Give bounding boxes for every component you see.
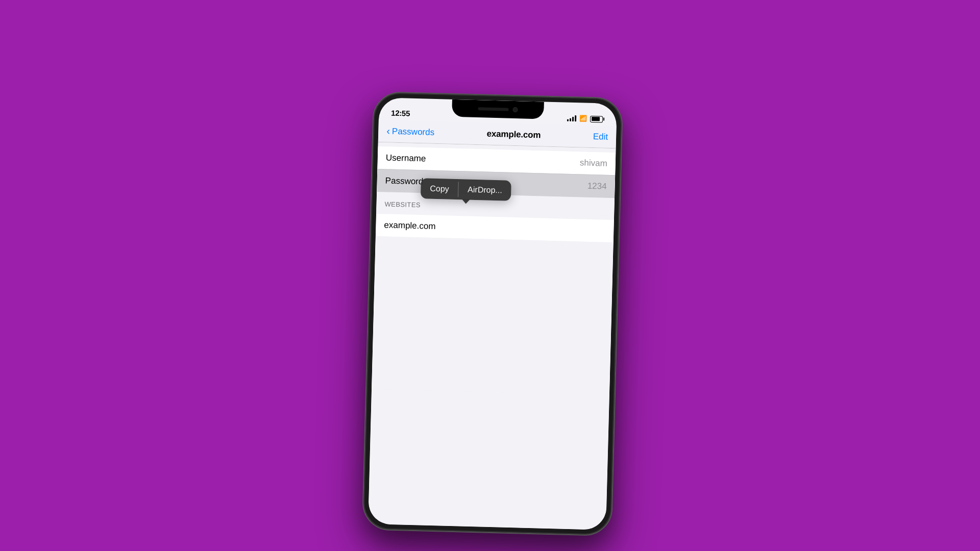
notch-speaker	[478, 107, 508, 111]
nav-title: example.com	[486, 129, 541, 140]
battery-body	[590, 115, 603, 122]
phone-screen: 12:55 📶	[368, 97, 617, 530]
phone-wrapper: 12:55 📶	[362, 91, 623, 537]
status-icons: 📶	[567, 115, 604, 123]
nav-back-label: Passwords	[392, 126, 435, 137]
back-chevron-icon: ‹	[386, 126, 390, 136]
signal-bar-3	[572, 117, 574, 121]
password-value: 1234	[587, 181, 607, 192]
battery-fill	[591, 117, 599, 121]
battery-icon	[590, 115, 604, 122]
airdrop-button[interactable]: AirDrop...	[458, 179, 512, 201]
wifi-icon: 📶	[579, 115, 587, 122]
bottom-area	[372, 236, 614, 395]
password-label: Password	[385, 176, 423, 187]
copy-button[interactable]: Copy	[421, 178, 458, 199]
signal-bars-icon	[567, 115, 576, 121]
signal-bar-1	[567, 119, 569, 121]
phone-frame: 12:55 📶	[362, 91, 623, 537]
nav-back-button[interactable]: ‹ Passwords	[386, 126, 434, 137]
nav-edit-button[interactable]: Edit	[593, 132, 608, 142]
context-menu: Copy AirDrop...	[421, 178, 511, 201]
status-time: 12:55	[391, 109, 410, 118]
content-area: Username shivam Copy AirDrop... Password	[368, 142, 616, 530]
notch-camera	[512, 107, 518, 112]
notch	[452, 99, 544, 119]
signal-bar-2	[570, 118, 571, 121]
username-section: Username shivam Copy AirDrop... Password	[377, 146, 616, 198]
username-label: Username	[386, 153, 426, 164]
username-value: shivam	[580, 158, 607, 168]
battery-tip	[603, 118, 604, 121]
signal-bar-4	[575, 115, 576, 121]
scene: 12:55 📶	[0, 0, 980, 551]
